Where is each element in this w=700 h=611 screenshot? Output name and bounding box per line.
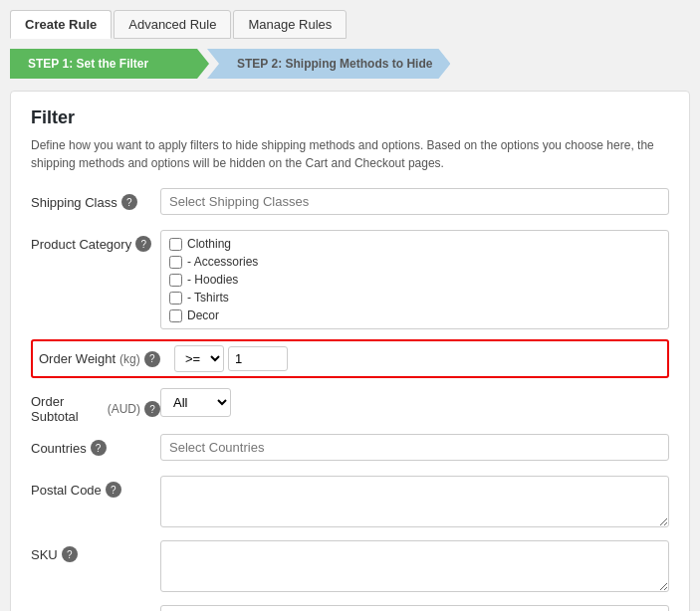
product-category-row: Product Category ? Clothing - Accessorie… [31,230,669,329]
order-weight-help-icon[interactable]: ? [144,351,160,367]
sku-textarea[interactable] [160,540,669,592]
step-1: STEP 1: Set the Filter [10,49,209,79]
product-category-label: Product Category ? [31,230,160,252]
step-2: STEP 2: Shipping Methods to Hide [207,49,450,79]
order-weight-highlighted: Order Weight (kg) ? >= <= = > < [31,339,669,378]
sku-control [160,540,669,595]
countries-control [160,434,669,461]
order-subtotal-control: All > 0 > 50 > 100 [160,388,669,417]
list-item: - Accessories [165,253,664,271]
order-weight-value-input[interactable] [228,346,288,371]
order-weight-operator-select[interactable]: >= <= = > < [174,345,224,372]
category-clothing-label: Clothing [187,237,231,251]
product-category-control: Clothing - Accessories - Hoodies - Tshir… [160,230,669,329]
category-clothing-checkbox[interactable] [169,238,182,251]
shipping-class-help-icon[interactable]: ? [121,194,137,210]
order-weight-unit: (kg) [119,352,140,366]
shipping-class-row: Shipping Class ? [31,188,669,220]
countries-label: Countries ? [31,434,160,456]
category-tshirts-checkbox[interactable] [169,292,182,305]
category-decor-label: Decor [187,308,219,322]
countries-row: Countries ? [31,434,669,466]
page-wrapper: Create Rule Advanced Rule Manage Rules S… [0,0,700,611]
order-weight-row: Order Weight (kg) ? >= <= = > < [31,339,669,378]
shipping-class-label: Shipping Class ? [31,188,160,210]
order-subtotal-unit: (AUD) [108,402,140,416]
card-description: Define how you want to apply filters to … [31,136,669,172]
postal-code-control [160,476,669,530]
order-weight-label: Order Weight (kg) ? [39,351,168,367]
list-item: - Hoodies [165,271,664,289]
tab-advanced-rule[interactable]: Advanced Rule [114,10,231,39]
countries-input[interactable] [160,434,669,461]
tabs: Create Rule Advanced Rule Manage Rules [10,10,690,39]
postal-code-row: Postal Code ? [31,476,669,530]
list-item: Clothing [165,235,664,253]
order-subtotal-help-icon[interactable]: ? [144,401,160,417]
category-decor-checkbox[interactable] [169,309,182,322]
filter-card: Filter Define how you want to apply filt… [10,91,690,611]
shipping-methods-input[interactable] [160,605,669,611]
list-item: - Tshirts [165,289,664,306]
order-subtotal-select[interactable]: All > 0 > 50 > 100 [160,388,231,417]
sku-row: SKU ? [31,540,669,595]
tab-create-rule[interactable]: Create Rule [10,10,112,39]
shipping-methods-control [160,605,669,611]
postal-code-textarea[interactable] [160,476,669,527]
product-category-list[interactable]: Clothing - Accessories - Hoodies - Tshir… [160,230,669,329]
sku-help-icon[interactable]: ? [62,546,78,562]
shipping-methods-row: Shipping Methods ? [31,605,669,611]
steps-bar: STEP 1: Set the Filter STEP 2: Shipping … [10,49,690,79]
category-hoodies-checkbox[interactable] [169,274,182,287]
sku-label: SKU ? [31,540,160,562]
shipping-class-control [160,188,669,215]
order-weight-controls: >= <= = > < [174,345,288,372]
shipping-class-input[interactable] [160,188,669,215]
tab-manage-rules[interactable]: Manage Rules [233,10,347,39]
order-subtotal-row: Order Subtotal (AUD) ? All > 0 > 50 > 10… [31,388,669,424]
category-accessories-checkbox[interactable] [169,256,182,269]
order-subtotal-label: Order Subtotal (AUD) ? [31,388,160,424]
category-hoodies-label: - Hoodies [187,273,238,287]
postal-code-label: Postal Code ? [31,476,160,498]
category-tshirts-label: - Tshirts [187,291,229,305]
list-item: Decor [165,306,664,324]
card-title: Filter [31,107,669,128]
postal-code-help-icon[interactable]: ? [106,482,121,498]
product-category-help-icon[interactable]: ? [135,236,151,252]
shipping-methods-label: Shipping Methods ? [31,605,160,611]
countries-help-icon[interactable]: ? [91,440,107,456]
category-accessories-label: - Accessories [187,255,258,269]
